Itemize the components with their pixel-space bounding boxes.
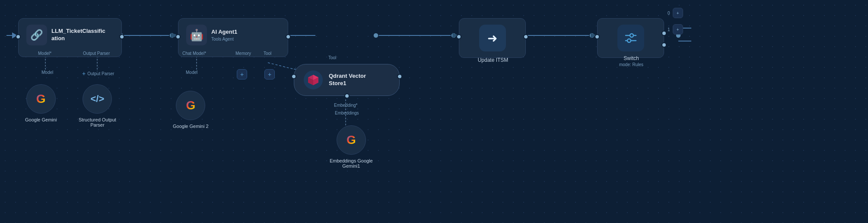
google-g-icon-2: G — [186, 99, 195, 112]
svg-point-18 — [373, 33, 378, 38]
qdrant-vector-store-node[interactable]: Qdrant VectorStore1 — [294, 64, 400, 96]
llm-output-parser-port-label: Output Parser — [83, 51, 110, 56]
ai-agent-subtitle: Tools Agent — [211, 37, 237, 41]
llm-output-parser-sub-label: + Output Parser — [82, 70, 114, 77]
ai-agent-icon-box: 🤖 — [186, 25, 207, 45]
output-0-label: 0 — [668, 11, 670, 16]
update-itsm-input-port[interactable] — [456, 34, 461, 39]
switch-input-port[interactable] — [595, 34, 600, 39]
qdrant-embedding-port[interactable] — [344, 93, 350, 99]
svg-point-31 — [630, 34, 633, 37]
switch-output-1: 1 + — [668, 24, 683, 35]
code-icon: </> — [91, 93, 105, 105]
switch-label: Switch mode: Rules — [598, 55, 664, 67]
embeddings-gemini-sub-node[interactable]: G Embeddings Google Gemini1 — [330, 125, 373, 169]
google-gemini-1-circle: G — [26, 84, 56, 114]
svg-point-33 — [627, 39, 631, 42]
embeddings-gemini-label: Embeddings Google Gemini1 — [330, 158, 373, 169]
switch-output-port-1[interactable] — [661, 42, 667, 48]
update-itsm-output-port[interactable] — [523, 34, 528, 39]
google-g-icon-3: G — [347, 133, 356, 147]
sliders-icon — [624, 31, 638, 45]
switch-node[interactable] — [597, 18, 664, 58]
ai-agent-tool-label: Tool — [264, 51, 271, 56]
ai-agent-output-port[interactable] — [286, 34, 291, 39]
svg-point-16 — [169, 33, 175, 38]
llm-model-port-label: Model* — [38, 51, 51, 56]
qdrant-embedding-label: Embedding* — [334, 103, 357, 108]
structured-output-parser-sub-node[interactable]: </> Structured Output Parser — [79, 84, 116, 127]
switch-output-0-btn[interactable]: + — [673, 8, 683, 18]
google-g-icon-1: G — [36, 92, 46, 106]
ai-agent-input-port[interactable] — [175, 34, 181, 39]
google-gemini-1-label: Google Gemini — [25, 117, 57, 122]
svg-point-21 — [589, 33, 595, 38]
ai-agent-title: AI Agent1 — [211, 29, 237, 36]
ai-agent-memory-label: Memory — [235, 51, 251, 56]
switch-output-1-btn[interactable]: + — [673, 24, 683, 35]
qdrant-input-port[interactable] — [291, 74, 296, 79]
qdrant-embeddings-sub-label: Embeddings — [335, 111, 359, 115]
switch-outputs-group: 0 + 1 + — [668, 8, 683, 35]
qdrant-text: Qdrant VectorStore1 — [329, 73, 366, 87]
qdrant-title: Qdrant VectorStore1 — [329, 73, 366, 87]
ai-agent-tool-add-btn[interactable]: + — [264, 69, 275, 80]
connections-svg — [0, 0, 868, 223]
bot-icon: 🤖 — [190, 29, 203, 42]
update-itsm-icon-box: ➜ — [479, 25, 506, 51]
ai-agent-header: 🤖 AI Agent1 Tools Agent — [178, 19, 288, 51]
update-itsm-content: ➜ — [459, 25, 525, 51]
structured-output-circle: </> — [83, 84, 112, 114]
structured-output-label: Structured Output Parser — [79, 117, 116, 127]
svg-point-19 — [451, 33, 456, 38]
switch-output-0: 0 + — [668, 8, 683, 18]
llm-model-sub-label: Model — [41, 70, 53, 75]
google-gemini-2-sub-node[interactable]: G Google Gemini 2 — [173, 91, 209, 129]
arrow-right-icon: ➜ — [487, 31, 497, 45]
llm-input-port[interactable] — [16, 34, 21, 39]
output-1-label: 1 — [668, 27, 670, 32]
llm-node-title: LLM_TicketClassific ation — [51, 28, 114, 42]
llm-icon-box: 🔗 — [26, 25, 47, 45]
tool-dashed-label: Tool — [328, 55, 336, 60]
llm-output-port[interactable] — [119, 34, 124, 39]
switch-output-port-0[interactable] — [661, 31, 667, 36]
google-gemini-2-circle: G — [176, 91, 205, 120]
qdrant-icon-box — [304, 70, 323, 89]
ai-agent-memory-add-btn[interactable]: + — [237, 69, 247, 80]
update-itsm-node[interactable]: ➜ — [459, 18, 526, 58]
switch-content — [598, 25, 664, 51]
update-itsm-label: Update ITSM — [460, 57, 526, 63]
switch-mode-label: mode: Rules — [598, 62, 664, 67]
svg-line-2 — [268, 63, 294, 69]
embeddings-gemini-circle: G — [337, 125, 366, 155]
ai-agent-model-sub-label: Model — [186, 70, 197, 75]
chain-link-icon: 🔗 — [30, 29, 43, 41]
ai-agent-chat-model-label: Chat Model* — [182, 51, 206, 56]
qdrant-output-port[interactable] — [397, 74, 402, 79]
qdrant-logo-icon — [306, 73, 320, 87]
google-gemini-2-label: Google Gemini 2 — [173, 124, 209, 129]
workflow-canvas: 🔗 LLM_TicketClassific ation Model* Outpu… — [0, 0, 868, 223]
google-gemini-1-sub-node[interactable]: G Google Gemini — [25, 84, 57, 122]
switch-icon-box — [617, 25, 644, 51]
llm-node-header: 🔗 LLM_TicketClassific ation — [19, 19, 121, 51]
